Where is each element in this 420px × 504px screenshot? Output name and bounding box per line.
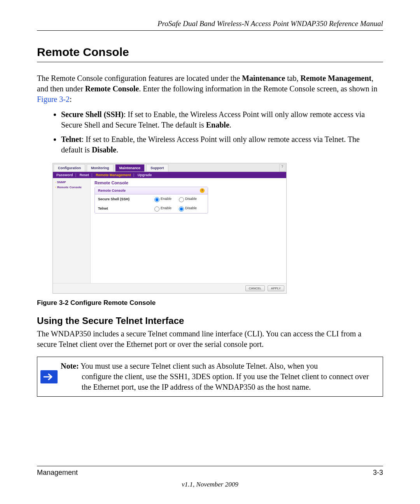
feature-list: Secure Shell (SSH): If set to Enable, th… (37, 109, 383, 155)
sidebar-item-snmp[interactable]: SNMP (54, 180, 89, 185)
screenshot-footer: CANCEL APPLY (53, 283, 286, 293)
row-label: Telnet (98, 206, 152, 210)
subtab-reset[interactable]: Reset (80, 173, 89, 177)
list-item: Telnet: If set to Enable, the Wireless A… (61, 134, 383, 155)
radio-telnet-enable[interactable]: Enable (152, 205, 172, 212)
intro-text: : (70, 95, 72, 103)
intro-text: The Remote Console configuration feature… (37, 74, 242, 82)
tab-monitoring[interactable]: Monitoring (87, 164, 114, 172)
sidebar-item-remote-console[interactable]: Remote Console (54, 185, 89, 190)
radio-telnet-disable[interactable]: Disable (177, 205, 197, 212)
bullet-label-telnet: Telnet (61, 135, 82, 144)
note-icon-cell (37, 357, 61, 396)
figure-caption: Figure 3-2 Configure Remote Console (37, 299, 383, 307)
section-heading: Remote Console (37, 46, 383, 62)
intro-bold-remote-console: Remote Console (85, 84, 139, 93)
note-text: Note: You must use a secure Telnet clien… (61, 357, 383, 396)
intro-text: tab, (285, 74, 300, 82)
row-telnet: Telnet Enable Disable (95, 204, 208, 213)
tab-configuration[interactable]: Configuration (54, 164, 85, 172)
intro-bold-maintenance: Maintenance (242, 74, 285, 82)
subtab-remote-management[interactable]: Remote Management (96, 173, 131, 177)
radio-ssh-disable[interactable]: Disable (177, 196, 197, 202)
apply-button[interactable]: APPLY (268, 285, 284, 291)
page-footer: Management 3-3 v1.1, November 2009 (37, 466, 383, 488)
radio-ssh-enable[interactable]: Enable (152, 196, 172, 202)
row-label: Secure Shell (SSH) (98, 197, 152, 201)
bullet-text: . (229, 121, 231, 129)
bullet-default: Disable (92, 145, 116, 154)
note-label: Note: (61, 362, 79, 370)
note-rest: configure the client, use the SSH1, 3DES… (61, 371, 378, 392)
subsection-text: The WNDAP350 includes a secure Telnet co… (37, 329, 383, 350)
note-box: Note: You must use a secure Telnet clien… (37, 357, 383, 397)
bullet-default: Enable (206, 121, 229, 129)
help-icon[interactable]: ? (279, 164, 285, 172)
bullet-label-ssh: Secure Shell (SSH) (61, 110, 124, 119)
intro-text: . Enter the following information in the… (139, 84, 377, 93)
intro-paragraph: The Remote Console configuration feature… (37, 73, 383, 105)
subtab-upgrade[interactable]: Upgrade (138, 173, 152, 177)
tab-support[interactable]: Support (146, 164, 168, 172)
help-icon[interactable]: ? (200, 188, 205, 193)
subtab-password[interactable]: Password (56, 173, 73, 177)
remote-console-box: Remote Console ? Secure Shell (SSH) Enab… (94, 187, 208, 214)
sidebar: SNMP Remote Console (53, 178, 91, 283)
row-ssh: Secure Shell (SSH) Enable Disable (95, 194, 208, 204)
footer-left: Management (37, 469, 78, 477)
panel-title: Remote Console (94, 180, 282, 185)
list-item: Secure Shell (SSH): If set to Enable, th… (61, 109, 383, 130)
box-header: Remote Console ? (95, 187, 208, 194)
figure-screenshot: Configuration Monitoring Maintenance Sup… (52, 163, 287, 294)
subsection-heading: Using the Secure Telnet Interface (37, 315, 383, 326)
figure-link[interactable]: Figure 3-2 (37, 95, 70, 103)
top-tabs: Configuration Monitoring Maintenance Sup… (53, 163, 286, 172)
box-header-label: Remote Console (98, 189, 126, 192)
footer-page-number: 3-3 (373, 469, 383, 477)
cancel-button[interactable]: CANCEL (245, 285, 265, 291)
bullet-text: . (116, 145, 118, 154)
tab-maintenance[interactable]: Maintenance (115, 164, 145, 172)
footer-version: v1.1, November 2009 (37, 481, 383, 488)
note-line1: You must use a secure Telnet client such… (79, 362, 318, 370)
main-panel: Remote Console Remote Console ? Secure S… (91, 178, 286, 283)
sub-tabs: Password| Reset| Remote Management| Upgr… (53, 172, 286, 178)
arrow-icon (40, 370, 58, 383)
intro-bold-remote-management: Remote Management (301, 74, 372, 82)
page-header: ProSafe Dual Band Wireless-N Access Poin… (37, 19, 383, 31)
